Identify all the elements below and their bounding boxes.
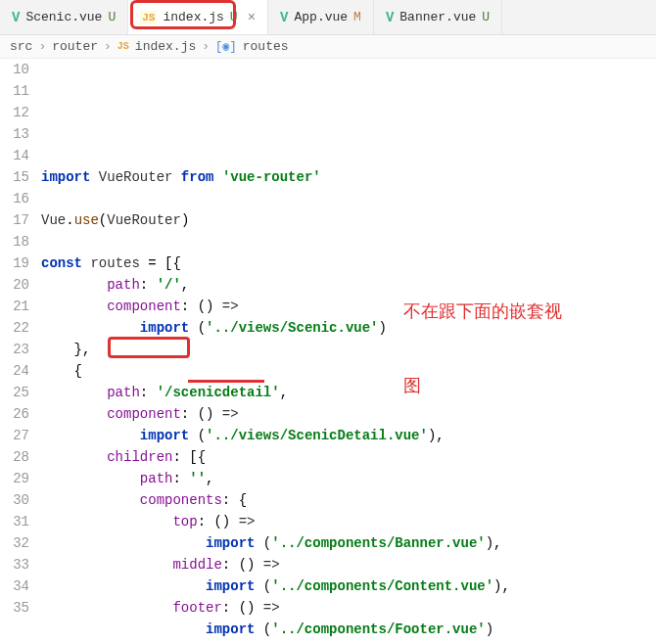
code-line[interactable]: import ('../components/Banner.vue'), bbox=[41, 532, 656, 554]
code-line[interactable]: } bbox=[41, 640, 656, 644]
line-number: 26 bbox=[0, 403, 29, 425]
code-line[interactable]: components: { bbox=[41, 489, 656, 511]
line-number: 16 bbox=[0, 188, 29, 209]
code-line[interactable]: import ('../views/Scenic.vue') bbox=[41, 317, 656, 339]
code-line[interactable]: path: '', bbox=[41, 468, 656, 489]
variable-icon: [◉] bbox=[215, 39, 237, 54]
code-content[interactable]: 不在跟下面的嵌套视 图 import VueRouter from 'vue-r… bbox=[41, 59, 656, 644]
line-number: 23 bbox=[0, 339, 29, 360]
tab-status: U bbox=[482, 10, 490, 24]
code-line[interactable]: const routes = [{ bbox=[41, 253, 656, 274]
code-line[interactable]: middle: () => bbox=[41, 554, 656, 575]
tab-status: M bbox=[353, 10, 361, 24]
code-editor[interactable]: 1011121314151617181920212223242526272829… bbox=[0, 59, 656, 644]
breadcrumb-symbol[interactable]: routes bbox=[243, 39, 289, 54]
line-number: 15 bbox=[0, 166, 29, 188]
js-icon: JS bbox=[117, 41, 129, 52]
tab-bar: V Scenic.vue U JS index.js U × V App.vue… bbox=[0, 0, 656, 35]
code-line[interactable]: children: [{ bbox=[41, 446, 656, 468]
breadcrumb-router[interactable]: router bbox=[52, 39, 98, 54]
code-line[interactable]: component: () => bbox=[41, 296, 656, 317]
tab-status: U bbox=[230, 10, 238, 24]
code-line[interactable]: import ('../components/Content.vue'), bbox=[41, 575, 656, 597]
code-line[interactable]: component: () => bbox=[41, 403, 656, 425]
breadcrumb-src[interactable]: src bbox=[10, 39, 32, 54]
tab-banner[interactable]: V Banner.vue U bbox=[374, 0, 502, 34]
tab-scenic[interactable]: V Scenic.vue U bbox=[0, 0, 128, 34]
code-line[interactable]: path: '/scenicdetail', bbox=[41, 382, 656, 403]
breadcrumb: src › router › JS index.js › [◉] routes bbox=[0, 35, 656, 59]
line-number: 21 bbox=[0, 296, 29, 317]
highlight-children bbox=[108, 337, 190, 358]
line-number: 22 bbox=[0, 317, 29, 339]
code-line[interactable]: import VueRouter from 'vue-router' bbox=[41, 166, 656, 188]
line-number: 12 bbox=[0, 102, 29, 123]
line-number: 27 bbox=[0, 425, 29, 446]
tab-label: Scenic.vue bbox=[25, 10, 102, 24]
tab-label: index.js bbox=[163, 10, 223, 24]
annotation-text: 不在跟下面的嵌套视 图 bbox=[403, 251, 562, 448]
line-number: 11 bbox=[0, 80, 29, 102]
tab-status: U bbox=[108, 10, 116, 24]
code-line[interactable]: { bbox=[41, 360, 656, 382]
line-number: 18 bbox=[0, 231, 29, 253]
code-line[interactable]: footer: () => bbox=[41, 597, 656, 619]
tab-app[interactable]: V App.vue M bbox=[268, 0, 374, 34]
line-number-gutter: 1011121314151617181920212223242526272829… bbox=[0, 59, 41, 644]
chevron-right-icon: › bbox=[38, 39, 46, 54]
highlight-path-underline bbox=[188, 380, 264, 383]
line-number: 33 bbox=[0, 554, 29, 575]
line-number: 34 bbox=[0, 575, 29, 597]
tab-index-js[interactable]: JS index.js U × bbox=[128, 0, 268, 34]
code-line[interactable]: Vue.use(VueRouter) bbox=[41, 209, 656, 231]
line-number: 20 bbox=[0, 274, 29, 296]
code-line[interactable] bbox=[41, 188, 656, 209]
line-number: 24 bbox=[0, 360, 29, 382]
chevron-right-icon: › bbox=[104, 39, 112, 54]
breadcrumb-file[interactable]: index.js bbox=[135, 39, 196, 54]
code-line[interactable]: path: '/', bbox=[41, 274, 656, 296]
line-number: 19 bbox=[0, 253, 29, 274]
vue-icon: V bbox=[12, 10, 20, 25]
code-line[interactable]: import ('../views/ScenicDetail.vue'), bbox=[41, 425, 656, 446]
line-number: 13 bbox=[0, 123, 29, 145]
code-line[interactable] bbox=[41, 231, 656, 253]
code-line[interactable]: import ('../components/Footer.vue') bbox=[41, 619, 656, 640]
line-number: 32 bbox=[0, 532, 29, 554]
line-number: 35 bbox=[0, 597, 29, 619]
chevron-right-icon: › bbox=[202, 39, 210, 54]
vue-icon: V bbox=[280, 10, 288, 25]
vue-icon: V bbox=[386, 10, 394, 25]
close-icon[interactable]: × bbox=[248, 10, 256, 25]
line-number: 30 bbox=[0, 489, 29, 511]
tab-label: App.vue bbox=[294, 10, 348, 24]
line-number: 28 bbox=[0, 446, 29, 468]
line-number: 10 bbox=[0, 59, 29, 80]
line-number: 17 bbox=[0, 209, 29, 231]
line-number: 25 bbox=[0, 382, 29, 403]
js-icon: JS bbox=[140, 11, 157, 24]
tab-label: Banner.vue bbox=[399, 10, 476, 24]
line-number: 14 bbox=[0, 145, 29, 166]
code-line[interactable]: top: () => bbox=[41, 511, 656, 532]
line-number: 29 bbox=[0, 468, 29, 489]
line-number: 31 bbox=[0, 511, 29, 532]
